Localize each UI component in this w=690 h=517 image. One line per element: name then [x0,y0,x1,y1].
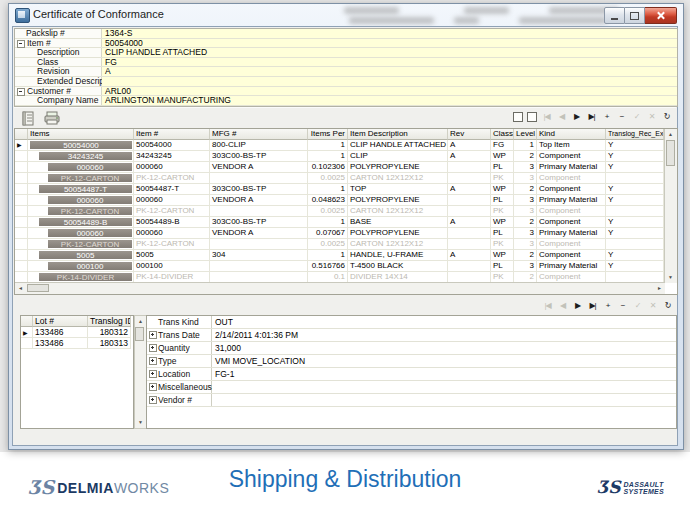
cell-level[interactable]: 3 [514,162,537,173]
cell-kind[interactable]: Component [537,239,606,250]
scrollbar-thumb[interactable] [135,327,144,341]
minimize-button[interactable] [604,7,625,24]
cell-item[interactable]: 5005 [134,250,210,261]
cell-item[interactable]: 000060 [134,162,210,173]
detail-row[interactable]: TypeVMI MOVE_LOCATION [147,355,676,368]
cell-cls[interactable]: PL [491,162,514,173]
insert-record-button[interactable]: + [602,300,613,312]
cell-per[interactable]: 0.0025 [308,239,348,250]
cell-translog[interactable]: 180312 [88,327,131,338]
cell-desc[interactable]: CARTON 12X12X12 [348,239,448,250]
cell-tre[interactable]: Y [606,250,664,261]
cell-desc[interactable]: BASE [348,217,448,228]
bom-tree-node[interactable]: 000060 [48,196,132,204]
bom-tree-node[interactable]: PK-12-CARTON [48,240,132,248]
cell-sel[interactable] [15,162,28,173]
cell-per[interactable]: 0.048623 [308,195,348,206]
cell-cls[interactable]: PK [491,206,514,217]
prior-record-button[interactable]: ◀ [557,300,568,312]
cell-items[interactable]: PK-12-CARTON [28,239,134,250]
column-header-mfg[interactable]: MFG # [210,129,308,140]
refresh-record-button[interactable]: ↻ [662,300,673,312]
form-field-value[interactable]: CLIP HANDLE ATTACHED [102,48,677,57]
cell-desc[interactable]: T-4500 BLACK [348,261,448,272]
report-button[interactable] [19,110,36,126]
cell-items[interactable]: PK-12-CARTON [28,173,134,184]
table-row[interactable]: 3424324534243245303C00-BS-TP1CLIPAWP2Com… [15,151,677,162]
toggle-grid-view-button[interactable] [527,112,537,122]
table-row[interactable]: PK-12-CARTONPK-12-CARTON0.0025CARTON 12X… [15,206,677,217]
cell-desc[interactable]: POLYPROPYLENE [348,195,448,206]
cell-rev[interactable]: A [448,184,491,195]
cell-items[interactable]: 34243245 [28,151,134,162]
first-record-button[interactable]: |◀ [542,300,553,312]
maximize-button[interactable] [625,7,645,24]
cell-sel[interactable] [15,206,28,217]
cell-sel[interactable] [15,195,28,206]
expand-icon[interactable] [149,370,157,378]
table-row[interactable]: 500550053041HANDLE, U-FRAMEAWP2Component… [15,250,677,261]
lot-row[interactable]: ▶133486180312 [21,327,133,338]
cell-kind[interactable]: Component [537,184,606,195]
close-button[interactable] [645,7,677,24]
scrollbar-thumb[interactable] [666,140,675,166]
cell-items[interactable]: 000060 [28,195,134,206]
scrollbar-thumb[interactable] [27,284,49,292]
next-record-button[interactable]: ▶ [571,111,582,123]
column-header-rev[interactable]: Rev [448,129,491,140]
column-header-sel[interactable] [21,316,33,327]
expand-icon[interactable] [149,331,157,339]
edit-record-button[interactable]: ✓ [632,300,643,312]
cell-items[interactable]: 000100 [28,261,134,272]
cell-tre[interactable]: Y [606,140,664,151]
form-field-value[interactable]: 1364-S [102,29,677,38]
cell-items[interactable]: 000060 [28,162,134,173]
cancel-record-button[interactable]: ✕ [646,111,657,123]
last-record-button[interactable]: ▶| [587,300,598,312]
column-header-translog[interactable]: Translog ID [88,316,131,327]
cell-tre[interactable]: Y [606,261,664,272]
cell-desc[interactable]: CLIP HANDLE ATTACHED [348,140,448,151]
cell-cls[interactable]: WP [491,184,514,195]
cell-item[interactable]: 000060 [134,195,210,206]
cell-tre[interactable] [606,239,664,250]
cell-rev[interactable] [448,173,491,184]
cell-items[interactable]: 50054487-T [28,184,134,195]
form-field-value[interactable]: A [102,67,677,76]
form-field-value[interactable]: FG [102,58,677,67]
cell-cls[interactable]: WP [491,217,514,228]
cell-kind[interactable]: Component [537,217,606,228]
cell-per[interactable]: 0.516766 [308,261,348,272]
cell-sel[interactable] [21,338,33,349]
cell-per[interactable]: 1 [308,250,348,261]
cell-desc[interactable]: POLYPROPYLENE [348,162,448,173]
scroll-up-icon[interactable]: ▲ [135,316,146,327]
scroll-up-icon[interactable]: ▲ [665,129,676,140]
cell-level[interactable]: 2 [514,217,537,228]
bom-tree-node[interactable]: PK-12-CARTON [48,174,132,182]
vertical-scrollbar[interactable]: ▲▼ [664,129,677,283]
table-row[interactable]: 0001000001000.516766T-4500 BLACKPL3Prima… [15,261,677,272]
cell-sel[interactable] [15,217,28,228]
column-header-kind[interactable]: Kind [537,129,606,140]
detail-row[interactable]: Quantity31,000 [147,342,676,355]
bom-tree-node[interactable]: 000100 [48,262,132,270]
cell-item[interactable]: PK-12-CARTON [134,206,210,217]
bom-tree-node[interactable]: PK-14-DIVIDER [39,273,132,281]
scroll-down-icon[interactable]: ▼ [665,272,676,283]
detail-value[interactable]: 2/14/2011 4:01:36 PM [215,330,676,340]
print-button[interactable] [43,110,60,126]
cell-kind[interactable]: Component [537,206,606,217]
cell-items[interactable]: 5005 [28,250,134,261]
cell-sel[interactable]: ▶ [15,140,28,151]
cell-kind[interactable]: Top Item [537,140,606,151]
cell-per[interactable]: 0.0025 [308,173,348,184]
cell-mfg[interactable]: VENDOR A [210,162,308,173]
column-header-item[interactable]: Item # [134,129,210,140]
cell-items[interactable]: 50054000 [28,140,134,151]
column-header-level[interactable]: Level [514,129,537,140]
cell-level[interactable]: 3 [514,206,537,217]
lot-row[interactable]: 133486180313 [21,338,133,349]
cell-mfg[interactable] [210,261,308,272]
cell-level[interactable]: 1 [514,140,537,151]
